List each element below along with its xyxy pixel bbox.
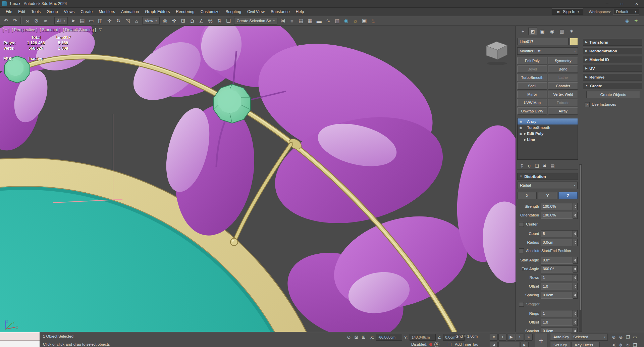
menu-views[interactable]: Views xyxy=(61,8,77,15)
value-field[interactable]: 1 xyxy=(541,310,573,317)
mirror-icon[interactable]: ⋈ xyxy=(278,17,287,25)
go-to-end-button[interactable]: » xyxy=(525,334,533,341)
maximize-viewport-icon[interactable]: ❒ xyxy=(632,342,638,347)
previous-key-button[interactable]: ◄ xyxy=(490,342,498,347)
rollout-remove[interactable]: ▶ ▼ Remove xyxy=(583,73,642,81)
select-and-move-icon[interactable]: ✛ xyxy=(105,17,114,25)
listener-row[interactable] xyxy=(0,341,40,347)
selection-lock-icon[interactable]: ⊠ xyxy=(353,334,360,340)
modify-tab[interactable]: ◩ xyxy=(528,27,537,35)
create-tab[interactable]: + xyxy=(519,27,527,35)
modifier-list-dropdown[interactable]: Modifier List ▾ xyxy=(517,47,578,55)
visibility-eye-icon[interactable]: ◉ xyxy=(519,126,523,130)
x-coord-field[interactable]: -66.868cm xyxy=(376,334,402,341)
spinner[interactable] xyxy=(573,230,578,237)
pin-stack-icon[interactable]: ↧ xyxy=(520,163,524,168)
zero-frame-icon[interactable]: 0 xyxy=(434,342,439,347)
minimize-button[interactable]: ─ xyxy=(600,0,614,7)
value-field[interactable]: 100.0% xyxy=(541,212,573,219)
selection-region-icon[interactable]: ▭ xyxy=(87,17,96,25)
stack-item-line[interactable]: ◉ ▶ Line xyxy=(518,137,578,143)
selection-filter-dropdown[interactable]: All ▾ xyxy=(54,17,68,24)
menu-modifiers[interactable]: Modifiers xyxy=(96,8,118,15)
modifier-button-edit-poly[interactable]: Edit Poly xyxy=(517,57,547,64)
render-setup-icon[interactable]: ☼ xyxy=(351,17,360,25)
undo-icon[interactable]: ↶ xyxy=(1,17,10,25)
snaps-toggle-icon[interactable]: Ω xyxy=(188,17,197,25)
bind-to-space-warp-icon[interactable]: ≈ xyxy=(41,17,50,25)
maxscript-mini-listener[interactable] xyxy=(0,332,40,347)
schematic-view-icon[interactable]: ▧ xyxy=(333,17,342,25)
redo-icon[interactable]: ↷ xyxy=(10,17,19,25)
viewport-canvas[interactable]: x y z xyxy=(0,26,516,332)
axis-y-button[interactable]: Y xyxy=(538,192,557,199)
zoom-extents-icon[interactable]: ❐ xyxy=(625,334,631,340)
menu-customize[interactable]: Customize xyxy=(198,8,223,15)
menu-edit[interactable]: Edit xyxy=(15,8,28,15)
menu-civil-view[interactable]: Civil View xyxy=(244,8,268,15)
select-and-place-icon[interactable]: ⌂ xyxy=(132,17,141,25)
scene-security-icon[interactable]: ◈ xyxy=(623,17,632,25)
value-field[interactable]: 0.0° xyxy=(541,257,573,264)
use-instances-checkbox[interactable] xyxy=(585,102,590,107)
render-production-icon[interactable]: ♨ xyxy=(369,17,378,25)
viewport-pov-menu[interactable]: [ Perspective ] xyxy=(12,28,37,32)
macro-recorder-row[interactable] xyxy=(0,332,40,341)
align-icon[interactable]: ≡ xyxy=(287,17,297,25)
value-field[interactable]: 360.0° xyxy=(541,265,573,272)
unlink-selection-icon[interactable]: ⊘ xyxy=(32,17,41,25)
modifier-button-bevel[interactable]: Bevel xyxy=(517,65,547,73)
keyboard-shortcut-override-icon[interactable]: ⊞ xyxy=(179,17,188,25)
next-frame-button[interactable]: › xyxy=(516,334,524,341)
select-object-icon[interactable]: ➤ xyxy=(69,17,78,25)
close-button[interactable]: ✕ xyxy=(629,0,644,7)
play-button[interactable]: ▶ xyxy=(507,334,515,341)
workspaces-dropdown[interactable]: Default ▾ xyxy=(613,9,639,15)
stack-item-array[interactable]: ◉ ▶ Array xyxy=(518,118,578,125)
configure-modifier-sets-icon[interactable]: ▤ xyxy=(550,163,554,168)
modifier-button-chamfer[interactable]: Chamfer xyxy=(548,82,578,90)
spinner[interactable] xyxy=(573,257,578,264)
window-crossing-icon[interactable]: ◫ xyxy=(96,17,105,25)
axis-x-button[interactable]: X xyxy=(518,192,537,199)
key-selection-dropdown[interactable]: Selected ▾ xyxy=(571,334,608,341)
modifier-button-extrude[interactable]: Extrude xyxy=(548,99,578,106)
rollout-transform[interactable]: ▶ ▼ Transform xyxy=(583,39,642,46)
add-key-button[interactable]: + xyxy=(535,334,547,347)
spinner[interactable] xyxy=(573,239,578,246)
modifier-button-unwrap-uvw[interactable]: Unwrap UVW xyxy=(517,107,547,115)
select-by-name-icon[interactable]: ▤ xyxy=(78,17,87,25)
toggle-layer-explorer-icon[interactable]: ▦ xyxy=(306,17,315,25)
menu-animation[interactable]: Animation xyxy=(118,8,142,15)
viewport-shading-menu[interactable]: [ Default Shading ] xyxy=(63,28,96,32)
spinner[interactable] xyxy=(573,274,578,281)
spinner[interactable] xyxy=(573,283,578,290)
rollout-uv[interactable]: ▶ ▼ UV xyxy=(583,65,642,72)
expand-arrow-icon[interactable]: ▶ xyxy=(523,138,527,141)
distribution-type-dropdown[interactable]: Radial ▾ xyxy=(518,182,578,189)
object-color-swatch[interactable] xyxy=(570,38,578,45)
menu-help[interactable]: Help xyxy=(293,8,307,15)
stack-item-turbosmooth[interactable]: ◉ ▶ TurboSmooth xyxy=(518,125,578,131)
panel-scrollbar-thumb[interactable] xyxy=(580,165,581,310)
visibility-eye-icon[interactable]: ◉ xyxy=(519,120,523,123)
modifier-button-mirror[interactable]: Mirror xyxy=(517,91,547,98)
modifier-button-bend[interactable]: Bend xyxy=(548,65,578,73)
axis-z-button[interactable]: Z xyxy=(558,192,578,199)
spinner[interactable] xyxy=(573,265,578,272)
motion-tab[interactable]: ◉ xyxy=(548,27,556,35)
rendered-frame-window-icon[interactable]: ▣ xyxy=(360,17,369,25)
next-key-button[interactable]: ► xyxy=(521,342,529,347)
angle-snap-icon[interactable]: ∠ xyxy=(197,17,206,25)
edit-named-selection-sets-icon[interactable]: ❏ xyxy=(224,17,233,25)
go-to-start-button[interactable]: « xyxy=(490,334,498,341)
modifier-button-shell[interactable]: Shell xyxy=(517,82,547,90)
notification-icon[interactable]: ✦ xyxy=(632,17,641,25)
modifier-button-symmetry[interactable]: Symmetry xyxy=(548,57,578,64)
spinner[interactable] xyxy=(573,310,578,317)
menu-group[interactable]: Group xyxy=(44,8,61,15)
set-key-button[interactable]: Set Key xyxy=(550,342,570,347)
menu-tools[interactable]: Tools xyxy=(28,8,44,15)
visibility-eye-icon[interactable]: ◉ xyxy=(519,132,523,136)
select-link-icon[interactable]: ∞ xyxy=(23,17,32,25)
